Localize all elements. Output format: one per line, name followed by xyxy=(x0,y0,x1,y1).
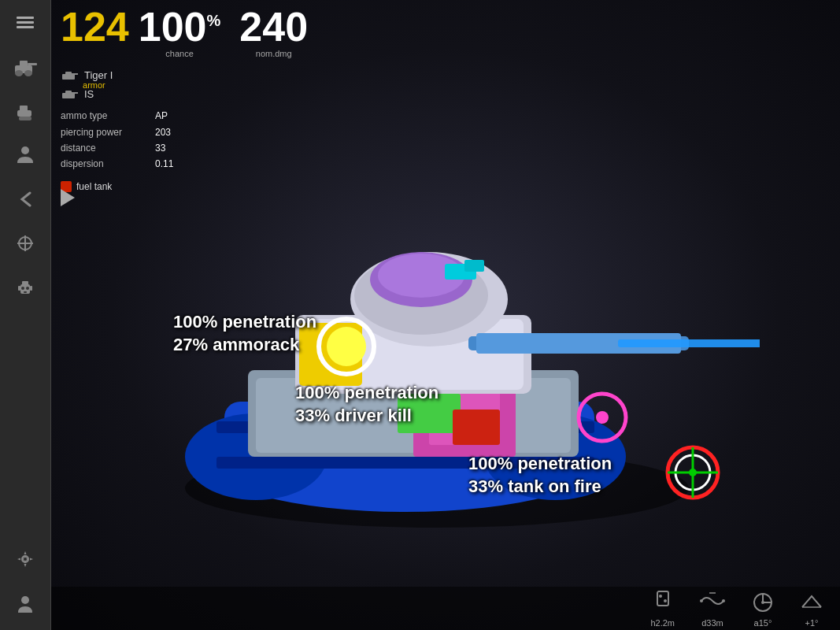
sidebar-icon-crosshair[interactable] xyxy=(6,224,44,262)
armor-value: 124 xyxy=(61,6,129,47)
chance-group: 100% chance xyxy=(139,6,221,58)
svg-point-70 xyxy=(664,599,667,602)
sidebar-icon-robot[interactable] xyxy=(6,269,44,306)
svg-rect-46 xyxy=(453,410,500,445)
nomdmg-label: nom.dmg xyxy=(256,49,292,58)
svg-rect-40 xyxy=(216,457,594,469)
svg-rect-2 xyxy=(17,26,34,28)
chance-label: chance xyxy=(165,49,193,58)
svg-point-7 xyxy=(24,70,32,76)
svg-point-77 xyxy=(761,601,764,604)
svg-rect-4 xyxy=(20,61,28,67)
svg-point-24 xyxy=(24,558,27,561)
sidebar-icon-tank2[interactable] xyxy=(6,92,44,130)
sidebar-icon-menu[interactable] xyxy=(6,4,44,42)
svg-rect-30 xyxy=(65,91,72,94)
distance-label: d33m xyxy=(701,618,723,628)
sidebar-icon-tank[interactable] xyxy=(6,48,44,86)
elevation-icon xyxy=(799,590,824,617)
svg-rect-27 xyxy=(65,72,72,76)
sidebar-icon-settings[interactable] xyxy=(6,540,44,578)
hud-bottom: h2.2m d33m a15° xyxy=(51,587,840,630)
play-button[interactable] xyxy=(61,189,75,206)
nomdmg-group: 240 nom.dmg xyxy=(239,6,308,58)
main-viewport: 124 armor 100% chance 240 nom.dmg Tiger … xyxy=(51,0,840,630)
tank-scene-svg xyxy=(114,63,760,551)
height-label: h2.2m xyxy=(650,618,675,628)
chance-value: 100 xyxy=(139,6,207,47)
hud-elevation: +1° xyxy=(799,590,824,628)
tank2-name: IS xyxy=(84,86,94,103)
svg-point-71 xyxy=(700,599,703,602)
height-icon xyxy=(651,590,675,617)
svg-rect-67 xyxy=(618,339,760,347)
hud-height: h2.2m xyxy=(650,590,675,628)
hud-distance: d33m xyxy=(698,590,727,628)
svg-rect-20 xyxy=(18,286,20,291)
svg-point-18 xyxy=(26,287,29,290)
svg-rect-19 xyxy=(24,291,27,293)
svg-rect-9 xyxy=(20,106,28,111)
svg-rect-8 xyxy=(17,110,31,117)
elevation-label: +1° xyxy=(805,618,819,628)
svg-point-59 xyxy=(327,327,366,366)
svg-rect-16 xyxy=(22,281,28,285)
svg-point-17 xyxy=(21,287,24,290)
svg-point-69 xyxy=(659,595,662,598)
fuel-label: fuel tank xyxy=(76,179,112,195)
svg-point-25 xyxy=(21,596,29,604)
svg-rect-31 xyxy=(71,92,78,94)
svg-rect-21 xyxy=(30,286,32,291)
hud-angle: a15° xyxy=(750,590,775,628)
svg-rect-28 xyxy=(71,73,78,75)
chance-pct: % xyxy=(207,13,221,28)
sidebar xyxy=(0,0,51,630)
svg-point-61 xyxy=(596,411,609,424)
sidebar-bottom xyxy=(0,540,50,630)
svg-point-66 xyxy=(689,469,697,476)
sidebar-icon-crew[interactable] xyxy=(6,136,44,174)
svg-rect-1 xyxy=(17,21,34,24)
tank1-icon xyxy=(61,70,80,81)
svg-point-11 xyxy=(21,146,29,154)
svg-point-6 xyxy=(15,70,23,76)
tank2-icon xyxy=(61,89,80,100)
svg-rect-45 xyxy=(398,394,461,433)
angle-icon xyxy=(750,590,775,617)
svg-rect-0 xyxy=(17,17,34,19)
svg-point-72 xyxy=(722,599,725,602)
tank1-name: Tiger I xyxy=(84,67,113,84)
svg-rect-10 xyxy=(19,117,31,120)
sidebar-icon-profile[interactable] xyxy=(6,584,44,622)
distance-icon xyxy=(698,590,727,617)
svg-rect-55 xyxy=(464,260,484,272)
nomdmg-value: 240 xyxy=(239,6,308,47)
sidebar-icon-arrow[interactable] xyxy=(6,180,44,218)
svg-rect-68 xyxy=(657,591,668,606)
svg-rect-5 xyxy=(28,63,37,65)
angle-label: a15° xyxy=(754,618,772,628)
